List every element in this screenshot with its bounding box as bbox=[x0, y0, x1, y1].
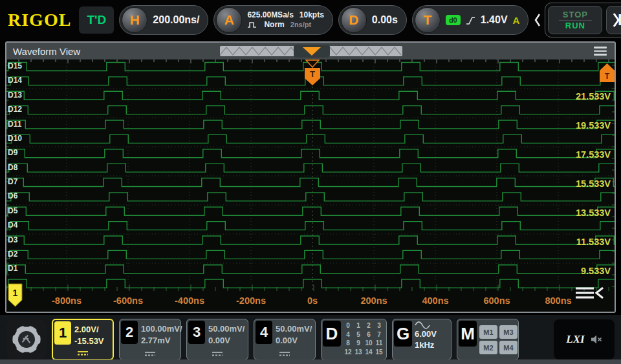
channel-label-D11: D11 bbox=[8, 120, 22, 129]
channel3-number: 3 bbox=[188, 321, 205, 344]
time-label--200ns: -200ns bbox=[236, 295, 266, 306]
digital-channels-box[interactable]: D 0123456789101112131415 bbox=[321, 319, 387, 360]
digital-channel-7[interactable]: 7 bbox=[374, 331, 384, 340]
time-label--400ns: -400ns bbox=[175, 295, 204, 306]
trigger-button[interactable]: T bbox=[415, 7, 441, 33]
generator-box[interactable]: G 6.00V 1kHz bbox=[392, 319, 452, 360]
digital-box-label: D bbox=[323, 321, 341, 347]
stop-run-button[interactable]: STOP RUN bbox=[548, 6, 602, 34]
channel1-box[interactable]: 1 2.00V/ -15.53V bbox=[52, 319, 114, 360]
digital-channel-9[interactable]: 9 bbox=[353, 339, 364, 348]
voltage-label-6: 9.533V bbox=[581, 266, 611, 276]
channel1-scale: 2.00V/ bbox=[74, 324, 113, 336]
resolution-value: 2ns/pt bbox=[290, 21, 311, 30]
digital-channel-3[interactable]: 3 bbox=[374, 322, 384, 331]
horizontal-button[interactable]: H bbox=[122, 7, 147, 33]
waveform-plot-area[interactable]: D15D14D13D12D11D10D9D8D7D6D5D4D3D2D121.5… bbox=[6, 59, 615, 312]
acquire-settings-pill[interactable]: A 625.00MSa/s 10kpts Norm 2ns/pt bbox=[213, 5, 332, 35]
channel-label-D6: D6 bbox=[8, 191, 18, 200]
digital-channel-15[interactable]: 15 bbox=[374, 348, 384, 358]
digital-channel-2[interactable]: 2 bbox=[364, 322, 374, 331]
delay-button[interactable]: D bbox=[341, 7, 367, 33]
voltage-label-4: 13.533V bbox=[576, 208, 611, 218]
math-box[interactable]: M M1 M3 M2 M4 bbox=[457, 319, 519, 360]
speaker-muted-icon[interactable] bbox=[591, 334, 602, 345]
channel-label-D1: D1 bbox=[8, 264, 18, 273]
digital-channel-13[interactable]: 13 bbox=[353, 348, 364, 358]
channel-label-D10: D10 bbox=[8, 134, 22, 143]
waveform-overview-scrollbar[interactable] bbox=[220, 45, 402, 58]
digital-channel-6[interactable]: 6 bbox=[364, 331, 374, 340]
chevron-left-icon[interactable] bbox=[534, 13, 541, 27]
trigger-level-value: 1.40V bbox=[481, 14, 508, 26]
stop-label: STOP bbox=[559, 10, 592, 21]
channel4-offset: 0.00V bbox=[276, 335, 315, 347]
channel3-scale: 50.00mV/ bbox=[208, 323, 248, 335]
delay-value: 0.00s bbox=[372, 14, 398, 26]
channel-label-D14: D14 bbox=[8, 76, 22, 85]
trigger-mode-indicator: A bbox=[513, 15, 520, 26]
channel2-offset: 2.77mV bbox=[141, 335, 180, 347]
channel1-number: 1 bbox=[54, 321, 71, 345]
acquire-mode-value: Norm bbox=[264, 20, 284, 30]
digital-channel-5[interactable]: 5 bbox=[353, 331, 364, 340]
sample-rate-value: 625.00MSa/s bbox=[247, 10, 293, 20]
math-box-label: M bbox=[459, 321, 477, 347]
horizontal-scale-value: 200.00ns/ bbox=[153, 14, 199, 26]
slope-rising-icon bbox=[466, 16, 475, 25]
digital-channel-0[interactable]: 0 bbox=[343, 322, 353, 331]
digital-channel-12[interactable]: 12 bbox=[343, 348, 353, 358]
trigger-settings-pill[interactable]: T d0 1.40V A bbox=[412, 5, 529, 35]
digital-channel-1[interactable]: 1 bbox=[353, 322, 364, 331]
math-m3-button[interactable]: M3 bbox=[499, 325, 518, 339]
channel4-number: 4 bbox=[256, 321, 272, 344]
settings-gear-button[interactable] bbox=[6, 319, 47, 359]
sine-wave-icon bbox=[415, 321, 430, 329]
channel-label-D15: D15 bbox=[8, 61, 22, 70]
bottom-bezel bbox=[0, 359, 621, 364]
time-label-800ns: 800ns bbox=[545, 295, 571, 306]
channel-label-D4: D4 bbox=[8, 220, 18, 230]
channel3-box[interactable]: 3 50.00mV/ 0.00V bbox=[186, 319, 248, 360]
hamburger-menu-icon[interactable] bbox=[594, 47, 607, 56]
channel-label-D3: D3 bbox=[8, 235, 18, 244]
top-toolbar: RIGOL T'D H 200.00ns/ A 625.00MSa/s 10kp… bbox=[0, 0, 621, 40]
panel-title: Waveform View bbox=[6, 46, 80, 57]
digital-channel-8[interactable]: 8 bbox=[343, 339, 353, 348]
channel2-box[interactable]: 2 100.00mV/ 2.77mV bbox=[119, 319, 181, 360]
digital-channel-11[interactable]: 11 bbox=[374, 339, 384, 348]
channel-label-D9: D9 bbox=[8, 148, 18, 157]
quick-actions-group: STOP RUN Default Me bbox=[545, 3, 621, 37]
digital-channel-4[interactable]: 4 bbox=[343, 331, 353, 340]
horizontal-settings-pill[interactable]: H 200.00ns/ bbox=[119, 5, 208, 35]
digital-channel-10[interactable]: 10 bbox=[364, 339, 374, 348]
math-m1-button[interactable]: M1 bbox=[479, 325, 497, 339]
channel4-scale: 50.00mV/ bbox=[276, 323, 315, 335]
math-m2-button[interactable]: M2 bbox=[479, 341, 497, 354]
dc-coupling-icon bbox=[77, 350, 89, 356]
digital-channel-grid: 0123456789101112131415 bbox=[343, 319, 386, 357]
voltage-label-3: 15.533V bbox=[576, 178, 611, 189]
math-m4-button[interactable]: M4 bbox=[499, 341, 518, 354]
generator-voltage: 6.00V bbox=[415, 329, 451, 340]
generator-box-label: G bbox=[394, 321, 412, 347]
channel-label-D2: D2 bbox=[8, 250, 18, 259]
dc-coupling-icon bbox=[144, 351, 156, 357]
time-label-600ns: 600ns bbox=[483, 295, 510, 306]
time-label--600ns: -600ns bbox=[113, 295, 143, 306]
lxi-status-area: LXI bbox=[554, 319, 615, 359]
acquire-button[interactable]: A bbox=[216, 7, 242, 33]
channel4-box[interactable]: 4 50.00mV/ 0.00V bbox=[254, 319, 316, 360]
svg-text:1: 1 bbox=[13, 288, 18, 298]
panel-titlebar[interactable]: Waveform View bbox=[6, 43, 615, 59]
pulse-icon bbox=[247, 21, 258, 28]
chevron-right-icon[interactable] bbox=[611, 12, 620, 28]
voltage-label-5: 11.533V bbox=[576, 237, 611, 247]
voltage-label-1: 19.533V bbox=[576, 120, 611, 131]
time-label-400ns: 400ns bbox=[422, 295, 448, 306]
run-label: RUN bbox=[565, 21, 585, 30]
channel-label-D12: D12 bbox=[8, 105, 22, 114]
delay-settings-pill[interactable]: D 0.00s bbox=[338, 5, 407, 35]
rigol-logo: RIGOL bbox=[5, 10, 74, 30]
digital-channel-14[interactable]: 14 bbox=[364, 348, 374, 358]
